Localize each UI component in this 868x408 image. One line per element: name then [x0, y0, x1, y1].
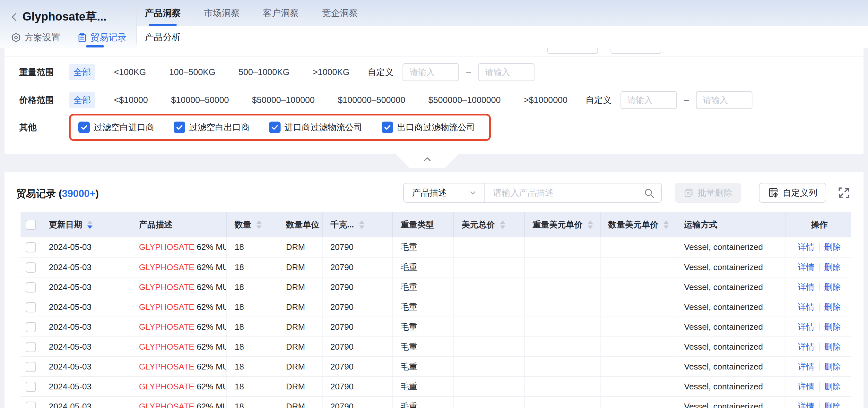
search-input[interactable]: [485, 183, 661, 202]
column-header[interactable]: 更新日期: [41, 212, 131, 237]
column-header[interactable]: 重量类型: [393, 212, 454, 237]
sort-desc-icon: [87, 226, 92, 229]
column-header[interactable]: 重量美元单价: [525, 212, 600, 237]
column-header[interactable]: 操作: [786, 212, 851, 237]
column-header[interactable]: 千克...: [322, 212, 393, 237]
column-header[interactable]: 运输方式: [676, 212, 786, 237]
cell-quantity-unit: DRM: [278, 397, 322, 408]
sort-control[interactable]: [500, 220, 505, 229]
detail-link[interactable]: 详情: [798, 381, 815, 392]
collapse-filters-tab[interactable]: [396, 154, 459, 168]
filter-checkbox[interactable]: 进口商过滤物流公司: [269, 122, 363, 133]
row-checkbox[interactable]: [26, 282, 36, 293]
filter-option[interactable]: 100–500KG: [165, 65, 220, 79]
sort-control[interactable]: [359, 220, 364, 229]
row-checkbox[interactable]: [26, 302, 36, 312]
row-checkbox[interactable]: [26, 382, 36, 392]
delete-link[interactable]: 删除: [824, 302, 841, 313]
search-icon[interactable]: [644, 188, 655, 199]
cell-quantity: 18: [227, 257, 278, 277]
detail-link[interactable]: 详情: [798, 341, 815, 352]
sort-control[interactable]: [588, 220, 593, 229]
filter-option[interactable]: >1000KG: [308, 65, 354, 79]
detail-link[interactable]: 详情: [798, 401, 815, 408]
filter-option[interactable]: <100KG: [110, 65, 151, 79]
clipped-input-start[interactable]: [547, 48, 598, 54]
detail-link[interactable]: 详情: [798, 321, 815, 333]
tab-product-analysis[interactable]: 产品分析: [145, 31, 181, 43]
weight-min-input[interactable]: [403, 63, 459, 81]
cell-quantity-unit: DRM: [278, 257, 322, 277]
nav-tab[interactable]: 市场洞察: [204, 0, 240, 26]
row-checkbox[interactable]: [26, 402, 36, 408]
cell-product-description: GLYPHOSATE 62% MUP – I...: [131, 377, 227, 397]
column-header[interactable]: 数量美元单价: [600, 212, 676, 237]
column-header[interactable]: 美元总价: [454, 212, 525, 237]
tab-trade-records[interactable]: 贸易记录: [77, 31, 126, 44]
price-min-input[interactable]: [620, 91, 677, 109]
price-custom-label[interactable]: 自定义: [586, 94, 612, 106]
filter-option[interactable]: $100000–500000: [333, 93, 410, 107]
delete-link[interactable]: 删除: [824, 341, 841, 352]
column-header[interactable]: 产品描述: [131, 212, 227, 237]
delete-link[interactable]: 删除: [824, 282, 841, 293]
nav-tab[interactable]: 竞企洞察: [322, 0, 358, 26]
detail-link[interactable]: 详情: [798, 361, 815, 372]
weight-max-input[interactable]: [478, 63, 534, 81]
filter-checkbox[interactable]: 过滤空白出口商: [174, 122, 250, 133]
filter-option[interactable]: $10000–50000: [166, 93, 234, 107]
delete-link[interactable]: 删除: [824, 401, 841, 408]
row-checkbox-cell: [21, 377, 41, 397]
fullscreen-expand-icon[interactable]: [837, 186, 851, 200]
column-header[interactable]: 数量单位: [278, 212, 322, 237]
tab-plan-settings[interactable]: 方案设置: [11, 31, 60, 44]
delete-link[interactable]: 删除: [824, 321, 841, 333]
sort-control[interactable]: [256, 220, 261, 229]
filter-option[interactable]: 全部: [69, 92, 95, 108]
row-checkbox[interactable]: [26, 362, 36, 372]
cell-product-description: GLYPHOSATE 62% MUP – I...: [131, 337, 227, 357]
row-checkbox[interactable]: [26, 262, 36, 273]
delete-link[interactable]: 删除: [824, 381, 841, 392]
back-icon[interactable]: [9, 11, 20, 23]
filter-checkbox[interactable]: 出口商过滤物流公司: [382, 122, 475, 133]
sort-control[interactable]: [663, 220, 669, 229]
cell-actions: 详情 删除: [786, 357, 851, 377]
cell-transport-mode: Vessel, containerized: [676, 297, 786, 317]
search-field-value: 产品描述: [412, 187, 447, 199]
row-checkbox-cell: [21, 237, 41, 257]
delete-link[interactable]: 删除: [824, 262, 841, 273]
detail-link[interactable]: 详情: [798, 302, 815, 313]
nav-tab[interactable]: 客户洞察: [263, 0, 299, 26]
filter-option[interactable]: $50000–100000: [248, 93, 319, 107]
search-field-select[interactable]: 产品描述: [404, 183, 485, 202]
detail-link[interactable]: 详情: [798, 241, 815, 253]
row-checkbox[interactable]: [26, 342, 36, 352]
delete-link[interactable]: 删除: [824, 241, 841, 253]
detail-link[interactable]: 详情: [798, 262, 815, 273]
cell-quantity-unit: DRM: [278, 237, 322, 257]
detail-link[interactable]: 详情: [798, 282, 815, 293]
column-header[interactable]: 数量: [227, 212, 278, 237]
custom-columns-button[interactable]: 自定义列: [759, 183, 826, 203]
clipped-input-end[interactable]: [611, 48, 661, 54]
row-checkbox[interactable]: [26, 242, 36, 252]
row-checkbox[interactable]: [26, 322, 36, 332]
filter-option[interactable]: >$1000000: [519, 93, 572, 107]
cell-transport-mode: Vessel, containerized: [676, 317, 786, 337]
batch-delete-button[interactable]: 批量删除: [675, 183, 741, 203]
filter-checkbox[interactable]: 过滤空白进口商: [78, 122, 154, 133]
cell-product-description: GLYPHOSATE 62% MUP – I...: [131, 277, 227, 297]
sort-control[interactable]: [87, 220, 92, 229]
price-max-input[interactable]: [696, 91, 752, 109]
filter-option[interactable]: 500–1000KG: [234, 65, 294, 79]
filter-option[interactable]: $500000–1000000: [424, 93, 505, 107]
weight-custom-label[interactable]: 自定义: [368, 66, 394, 78]
filter-option[interactable]: <$10000: [110, 93, 153, 107]
nav-tab[interactable]: 产品洞察: [145, 0, 181, 26]
delete-link[interactable]: 删除: [824, 361, 841, 372]
select-all-checkbox[interactable]: [26, 220, 36, 230]
cell-kilograms: 20790: [322, 357, 393, 377]
filter-option[interactable]: 全部: [69, 64, 95, 80]
left-tabs: 方案设置 贸易记录: [11, 31, 126, 44]
